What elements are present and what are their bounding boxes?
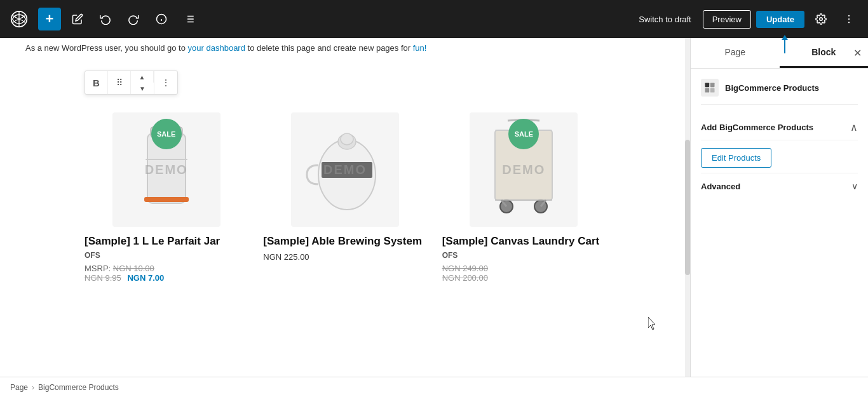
toolbar: + Switch to draft Preview Update [0, 0, 868, 38]
product-card: SALE DEMO [442, 112, 606, 283]
wp-logo[interactable] [8, 8, 31, 30]
product-title: [Sample] 1 L Le Parfait Jar [85, 234, 248, 248]
product-price: NGN 225.00 [263, 252, 426, 262]
notice-bar: As a new WordPress user, you should go t… [0, 38, 690, 58]
svg-rect-33 [710, 83, 715, 88]
svg-point-12 [848, 15, 850, 17]
sidebar: Page Block ✕ BigCommerce Products [690, 38, 868, 377]
settings-button[interactable] [810, 8, 832, 30]
more-options-button[interactable] [837, 8, 860, 30]
block-icon [701, 79, 719, 97]
svg-rect-32 [705, 88, 710, 93]
drag-handle[interactable]: ⠿ [108, 71, 131, 94]
breadcrumb-separator: › [32, 383, 34, 392]
svg-rect-19 [146, 159, 187, 160]
product-image-wrap: SALE DEMO [442, 112, 606, 227]
block-name: BigCommerce Products [725, 83, 819, 93]
msrp-label: MSRP: [85, 264, 111, 273]
arrow-tip [782, 35, 788, 40]
section-add-products-header[interactable]: Add BigCommerce Products ∧ [701, 115, 858, 140]
sale-price-partial: NGN 200.00 [442, 273, 488, 283]
products-grid: SALE DEMO [85, 102, 606, 293]
svg-point-14 [848, 22, 850, 23]
edit-products-button[interactable]: Edit Products [701, 148, 771, 168]
bigcommerce-icon [703, 81, 716, 94]
breadcrumb: Page › BigCommerce Products [0, 377, 868, 397]
editor-area: As a new WordPress user, you should go t… [0, 38, 690, 377]
dashboard-link[interactable]: your dashboard [188, 43, 245, 53]
redo-button[interactable] [122, 8, 145, 30]
product-image: DEMO [291, 112, 399, 227]
demo-watermark: DEMO [323, 163, 367, 177]
sidebar-content: BigCommerce Products Add BigCommerce Pro… [691, 69, 868, 377]
original-price: NGN 9.95 [85, 273, 121, 283]
breadcrumb-page: Page [10, 383, 28, 392]
add-block-button[interactable]: + [38, 8, 61, 30]
move-up-button[interactable]: ▲ [131, 71, 154, 83]
chevron-up-icon: ∧ [850, 121, 858, 133]
svg-point-11 [820, 18, 823, 21]
scrollbar-thumb [685, 140, 690, 275]
product-ofs: OFS [442, 251, 606, 260]
svg-rect-18 [144, 197, 189, 202]
sidebar-close-button[interactable]: ✕ [853, 48, 862, 58]
normal-price: NGN 225.00 [263, 252, 309, 262]
demo-watermark: DEMO [145, 163, 188, 177]
product-image-wrap: SALE DEMO [85, 112, 248, 227]
info-button[interactable] [150, 8, 173, 30]
breadcrumb-current: BigCommerce Products [38, 383, 119, 392]
fun-link[interactable]: fun! [413, 43, 427, 53]
demo-watermark: DEMO [502, 163, 545, 177]
sale-price: NGN 7.00 [127, 273, 164, 283]
update-button[interactable]: Update [756, 11, 804, 28]
svg-rect-34 [710, 88, 715, 93]
section-add-label: Add BigCommerce Products [701, 123, 813, 132]
block-type-button[interactable]: B [85, 71, 108, 94]
notice-text-before: As a new WordPress user, you should go t… [25, 43, 188, 53]
svg-rect-31 [705, 83, 710, 88]
advanced-section-header[interactable]: Advanced ∨ [701, 173, 858, 199]
notice-text-after: to delete this page and create new pages… [245, 43, 413, 53]
pencil-button[interactable] [66, 8, 89, 30]
sale-badge: SALE [508, 119, 539, 149]
msrp-value: NGN 10.00 [113, 264, 154, 273]
editor-scrollbar[interactable] [685, 38, 690, 377]
product-title: [Sample] Canvas Laundry Cart [442, 234, 606, 248]
switch-to-draft-button[interactable]: Switch to draft [632, 11, 697, 28]
advanced-label: Advanced [701, 182, 740, 191]
editor-inner: B ⠿ ▲ ▼ ⋮ SALE DEMO [59, 58, 631, 306]
chevron-down-icon: ∨ [851, 181, 858, 191]
tab-page[interactable]: Page [691, 38, 780, 68]
main-area: As a new WordPress user, you should go t… [0, 38, 868, 377]
product-card: DEMO [Sample] Able Brewing System [263, 112, 426, 283]
update-arrow [784, 36, 785, 53]
block-toolbar: B ⠿ ▲ ▼ ⋮ [85, 71, 178, 95]
list-view-button[interactable] [178, 8, 201, 30]
sidebar-block-header: BigCommerce Products [701, 79, 858, 105]
product-ofs: OFS [85, 251, 248, 260]
block-more-button[interactable]: ⋮ [154, 71, 177, 94]
undo-button[interactable] [94, 8, 117, 30]
svg-rect-23 [341, 133, 353, 145]
move-down-button[interactable]: ▼ [131, 83, 154, 94]
sidebar-header: Page Block ✕ [691, 38, 868, 69]
sale-badge: SALE [151, 119, 182, 149]
product-title: [Sample] Able Brewing System [263, 234, 426, 248]
product-card: SALE DEMO [85, 112, 248, 283]
preview-button[interactable]: Preview [703, 10, 751, 29]
svg-point-13 [848, 18, 850, 20]
product-image-wrap: DEMO [263, 112, 426, 227]
product-price: NGN 249.00 NGN 200.00 [442, 264, 606, 283]
product-price: MSRP: NGN 10.00 NGN 9.95 NGN 7.00 [85, 264, 248, 283]
original-price: NGN 249.00 [442, 264, 488, 273]
